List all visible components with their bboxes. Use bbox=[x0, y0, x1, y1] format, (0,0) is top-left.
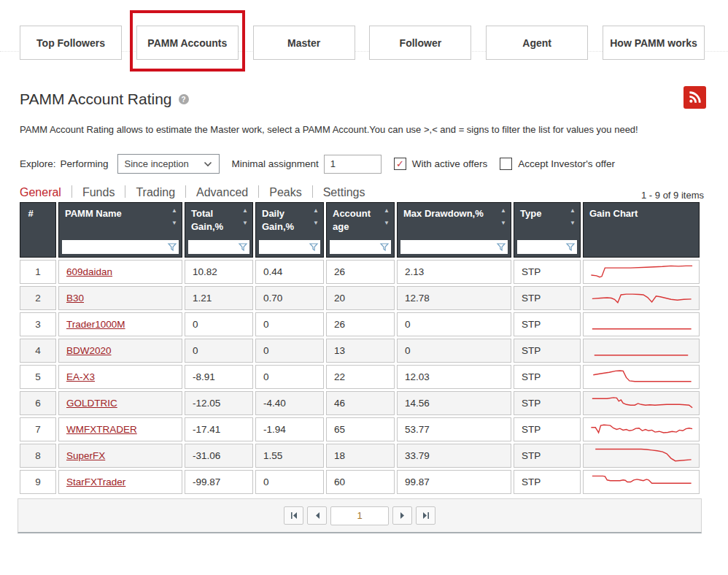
nav-button-how-pamm-works[interactable]: How PAMM works bbox=[603, 26, 705, 60]
pamm-name-link[interactable]: StarFXTrader bbox=[66, 476, 125, 487]
cell-account-age: 46 bbox=[326, 391, 395, 415]
sort-arrows[interactable]: ▲▼ bbox=[313, 208, 319, 226]
sort-desc-icon[interactable]: ▼ bbox=[313, 220, 319, 226]
tab-trading[interactable]: Trading bbox=[136, 186, 175, 199]
period-select[interactable]: Since inception bbox=[117, 154, 220, 174]
column-title: Daily Gain,% bbox=[256, 203, 309, 233]
cell-row-number: 8 bbox=[20, 444, 56, 468]
filter-funnel-icon[interactable] bbox=[309, 242, 319, 252]
cell-row-number: 1 bbox=[20, 260, 56, 284]
pager-prev-button[interactable] bbox=[307, 506, 327, 525]
minimal-assignment-input[interactable] bbox=[324, 155, 382, 174]
rss-glyph bbox=[688, 90, 702, 104]
pamm-name-link[interactable]: 609daidan bbox=[66, 266, 112, 277]
sort-arrows[interactable]: ▲▼ bbox=[500, 208, 506, 226]
pamm-name-link[interactable]: B30 bbox=[66, 293, 84, 304]
nav-button-top-followers[interactable]: Top Followers bbox=[20, 26, 122, 60]
with-active-offers-checkbox[interactable]: ✓ bbox=[394, 158, 406, 170]
prev-page-icon bbox=[314, 511, 321, 520]
cell-gain-chart bbox=[583, 365, 700, 389]
pamm-name-link[interactable]: WMFXTRADER bbox=[66, 424, 137, 435]
sort-arrows[interactable]: ▲▼ bbox=[570, 208, 576, 226]
column-header-type[interactable]: Type▲▼ bbox=[514, 202, 581, 258]
tab-general[interactable]: General bbox=[20, 186, 61, 199]
nav-button-agent[interactable]: Agent bbox=[486, 26, 588, 60]
help-icon[interactable]: ? bbox=[179, 94, 189, 104]
nav-button-follower[interactable]: Follower bbox=[369, 26, 471, 60]
filter-funnel-icon[interactable] bbox=[496, 242, 506, 252]
column-filter-input[interactable] bbox=[330, 241, 379, 253]
pamm-name-link[interactable]: SuperFX bbox=[66, 450, 105, 461]
tab-settings[interactable]: Settings bbox=[323, 186, 365, 199]
sort-asc-icon[interactable]: ▲ bbox=[570, 208, 576, 214]
cell-total-gain: 0 bbox=[185, 339, 253, 363]
nav-button-master[interactable]: Master bbox=[253, 26, 355, 60]
tab-advanced[interactable]: Advanced bbox=[196, 186, 248, 199]
column-header-total-gain-[interactable]: Total Gain,%▲▼ bbox=[185, 202, 253, 258]
sort-asc-icon[interactable]: ▲ bbox=[171, 208, 177, 214]
cell-max-drawdown: 53.77 bbox=[397, 417, 511, 441]
cell-type: STP bbox=[514, 470, 581, 494]
column-filter-input[interactable] bbox=[62, 241, 167, 253]
pamm-name-link[interactable]: BDW2020 bbox=[66, 345, 112, 356]
cell-max-drawdown: 0 bbox=[397, 339, 511, 363]
cell-row-number: 5 bbox=[20, 365, 56, 389]
tab-separator bbox=[258, 185, 259, 198]
pamm-name-link[interactable]: GOLDTRIC bbox=[66, 398, 117, 409]
cell-pamm-name: StarFXTrader bbox=[58, 470, 182, 494]
filter-funnel-icon[interactable] bbox=[238, 242, 248, 252]
column-filter-input[interactable] bbox=[188, 241, 238, 253]
sort-arrows[interactable]: ▲▼ bbox=[384, 208, 390, 226]
filter-funnel-icon[interactable] bbox=[379, 242, 390, 252]
column-header-gain-chart: Gain Chart bbox=[583, 202, 700, 258]
pager-last-button[interactable] bbox=[416, 506, 435, 525]
rss-icon[interactable] bbox=[684, 86, 706, 109]
cell-max-drawdown: 33.79 bbox=[397, 444, 511, 468]
table-row: 5EA-X3-8.9102212.03STP bbox=[20, 365, 700, 389]
sort-desc-icon[interactable]: ▼ bbox=[500, 220, 506, 226]
accept-investors-offer-checkbox[interactable]: ✓ bbox=[500, 158, 512, 170]
filter-funnel-icon[interactable] bbox=[167, 242, 177, 252]
column-header-max-drawdown-[interactable]: Max Drawdown,%▲▼ bbox=[397, 202, 511, 258]
cell-gain-chart bbox=[583, 286, 700, 310]
gain-sparkline bbox=[588, 288, 694, 308]
pager-page-input[interactable] bbox=[330, 506, 389, 525]
pager-first-button[interactable] bbox=[284, 506, 303, 525]
column-header-pamm-name[interactable]: PAMM Name▲▼ bbox=[58, 202, 182, 258]
sort-arrows[interactable]: ▲▼ bbox=[171, 208, 177, 226]
column-title: Gain Chart bbox=[584, 203, 684, 220]
table-row: 2B301.210.702012.78STP bbox=[20, 286, 700, 310]
cell-gain-chart bbox=[583, 417, 700, 441]
pamm-name-link[interactable]: Trader1000M bbox=[66, 319, 125, 330]
sort-arrows[interactable]: ▲▼ bbox=[242, 208, 248, 226]
column-filter bbox=[517, 240, 577, 254]
sort-asc-icon[interactable]: ▲ bbox=[313, 208, 319, 214]
sort-desc-icon[interactable]: ▼ bbox=[570, 220, 576, 226]
cell-max-drawdown: 2.13 bbox=[397, 260, 511, 284]
gain-sparkline bbox=[588, 262, 694, 282]
column-filter-input[interactable] bbox=[517, 241, 565, 253]
column-filter-input[interactable] bbox=[259, 241, 309, 253]
sort-asc-icon[interactable]: ▲ bbox=[384, 208, 390, 214]
sort-desc-icon[interactable]: ▼ bbox=[242, 220, 248, 226]
column-header-daily-gain-[interactable]: Daily Gain,%▲▼ bbox=[255, 202, 324, 258]
nav-button-pamm-accounts[interactable]: PAMM Accounts bbox=[136, 26, 239, 60]
sort-desc-icon[interactable]: ▼ bbox=[171, 220, 177, 226]
column-filter-input[interactable] bbox=[400, 241, 496, 253]
tab-peaks[interactable]: Peaks bbox=[269, 186, 301, 199]
cell-account-age: 22 bbox=[326, 365, 395, 389]
cell-max-drawdown: 12.03 bbox=[397, 365, 511, 389]
table-row: 9StarFXTrader-99.8706099.87STP bbox=[20, 470, 700, 494]
sort-asc-icon[interactable]: ▲ bbox=[500, 208, 506, 214]
column-header-account-age[interactable]: Account age▲▼ bbox=[326, 202, 395, 258]
tab-funds[interactable]: Funds bbox=[82, 186, 115, 199]
sort-asc-icon[interactable]: ▲ bbox=[242, 208, 248, 214]
explore-value: Performing bbox=[61, 158, 109, 169]
pager-next-button[interactable] bbox=[392, 506, 412, 525]
cell-daily-gain: 0.44 bbox=[255, 260, 324, 284]
pamm-name-link[interactable]: EA-X3 bbox=[66, 371, 95, 382]
filter-funnel-icon[interactable] bbox=[565, 242, 576, 252]
sort-desc-icon[interactable]: ▼ bbox=[384, 220, 390, 226]
nav-button-wrap: Follower bbox=[369, 26, 471, 60]
filter-controls: Explore: Performing Since inception Mini… bbox=[20, 154, 708, 174]
